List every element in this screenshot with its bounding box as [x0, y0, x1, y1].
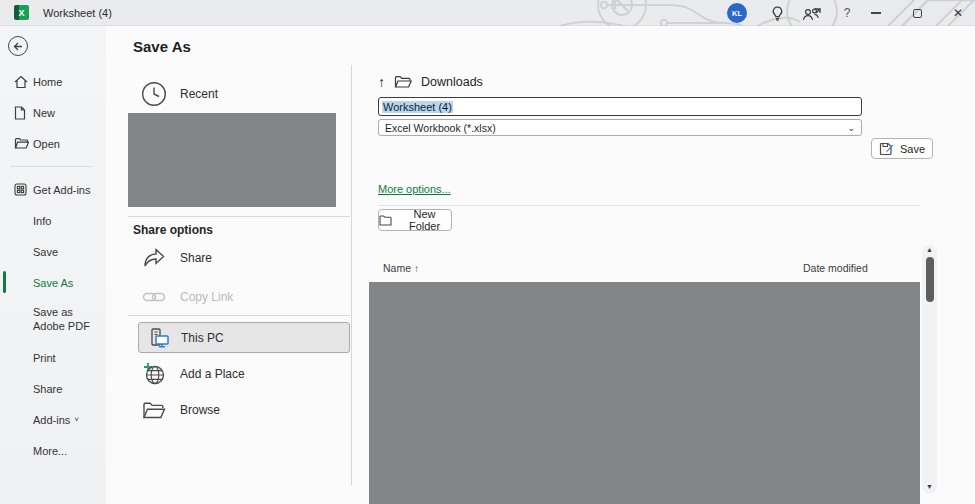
new-folder-button[interactable]: New Folder — [378, 209, 452, 231]
maximize-button[interactable] — [903, 0, 931, 26]
sidebar-label: Share — [33, 383, 62, 395]
share-item[interactable]: Share — [141, 245, 212, 271]
browse-folder-icon — [141, 401, 167, 420]
globe-plus-icon — [141, 362, 167, 386]
sidebar-label: Add-ins — [33, 414, 70, 426]
home-icon — [14, 75, 33, 89]
window-title: Worksheet (4) — [43, 0, 112, 26]
save-button[interactable]: Save — [871, 138, 933, 159]
sidebar-label: Home — [33, 76, 62, 88]
save-location-panel: ↑ Downloads Worksheet (4) Excel Workbook… — [352, 26, 975, 504]
sidebar-label: Save As — [33, 277, 73, 289]
sidebar-item-save[interactable]: Save — [0, 236, 106, 267]
add-a-place-item[interactable]: Add a Place — [141, 361, 245, 387]
addins-store-icon — [14, 183, 33, 196]
lightbulb-icon[interactable] — [768, 4, 786, 22]
scroll-down-icon[interactable]: ▼ — [926, 482, 933, 494]
share-options-heading: Share options — [133, 223, 213, 237]
sidebar-item-share[interactable]: Share — [0, 373, 106, 404]
clock-icon — [141, 81, 167, 107]
column-header-date-modified[interactable]: Date modified — [803, 262, 868, 274]
scrollbar-thumb[interactable] — [926, 257, 934, 302]
save-disk-icon — [879, 142, 894, 156]
chevron-down-icon: ˅ — [74, 415, 79, 424]
sidebar-label: Print — [33, 352, 56, 364]
help-button[interactable]: ? — [840, 0, 854, 26]
column-header-name[interactable]: Name↑ — [383, 262, 419, 274]
title-bar: X Worksheet (4) KL ? ✕ — [0, 0, 975, 26]
panel-divider — [128, 216, 350, 217]
decorative-circuit-art — [0, 0, 975, 26]
current-folder-label[interactable]: Downloads — [421, 75, 483, 89]
sidebar-divider — [10, 166, 92, 167]
excel-backstage-window: X Worksheet (4) KL ? ✕ — [0, 0, 975, 504]
new-document-icon — [14, 106, 33, 120]
sidebar-item-addins[interactable]: Add-ins ˅ — [0, 404, 106, 435]
recent-item[interactable]: Recent — [141, 81, 218, 107]
folder-icon — [394, 75, 412, 89]
share-icon — [141, 247, 167, 269]
sidebar-item-get-addins[interactable]: Get Add-ins — [0, 174, 106, 205]
sidebar-item-info[interactable]: Info — [0, 205, 106, 236]
back-button[interactable] — [8, 36, 28, 56]
filename-selected-text: Worksheet (4) — [382, 101, 453, 113]
location-row: ↑ Downloads — [378, 74, 483, 90]
sidebar-label: Open — [33, 138, 60, 150]
sidebar-item-home[interactable]: Home — [0, 66, 106, 97]
close-button[interactable]: ✕ — [944, 0, 972, 26]
sidebar-item-new[interactable]: New — [0, 97, 106, 128]
up-directory-icon[interactable]: ↑ — [378, 74, 385, 90]
sidebar-label: Get Add-ins — [33, 184, 90, 196]
link-icon — [141, 290, 167, 304]
file-type-dropdown[interactable]: Excel Workbook (*.xlsx) ⌄ — [378, 119, 862, 136]
sidebar-label: Save as Adobe PDF — [33, 306, 96, 334]
sort-ascending-icon: ↑ — [414, 263, 419, 274]
sidebar-item-save-as[interactable]: Save As — [0, 267, 106, 298]
sidebar-label: New — [33, 107, 55, 119]
chevron-down-icon: ⌄ — [847, 123, 855, 133]
more-options-link[interactable]: More options... — [378, 183, 451, 195]
filename-input[interactable]: Worksheet (4) — [378, 97, 862, 116]
sidebar-label: More... — [33, 445, 67, 457]
recent-label: Recent — [180, 87, 218, 101]
sidebar-item-more[interactable]: More... — [0, 435, 106, 466]
account-avatar[interactable]: KL — [727, 3, 747, 23]
sidebar-label: Info — [33, 215, 51, 227]
open-folder-icon — [14, 137, 33, 150]
panel-divider — [128, 315, 350, 316]
copy-link-item[interactable]: Copy Link — [141, 284, 233, 310]
sidebar-item-print[interactable]: Print — [0, 342, 106, 373]
sidebar-label: Save — [33, 246, 58, 258]
page-title: Save As — [133, 38, 191, 55]
present-people-icon[interactable] — [801, 4, 823, 22]
backstage-sidebar: Home New Open — [0, 26, 106, 504]
panel-divider — [378, 205, 920, 206]
excel-app-icon: X — [14, 5, 29, 20]
this-pc-icon — [146, 326, 172, 350]
file-list-redaction-block — [369, 282, 920, 504]
minimize-button[interactable] — [862, 0, 890, 26]
scroll-up-icon[interactable]: ▲ — [926, 245, 933, 257]
accounts-redaction-block — [128, 113, 336, 207]
browse-item[interactable]: Browse — [141, 397, 220, 423]
sidebar-item-save-as-adobe-pdf[interactable]: Save as Adobe PDF — [0, 298, 106, 342]
file-list-scrollbar[interactable]: ▲ ▼ — [922, 245, 937, 494]
sidebar-item-open[interactable]: Open — [0, 128, 106, 159]
save-as-panel: Save As Recent Share options Share — [106, 26, 351, 504]
new-folder-icon — [379, 215, 392, 226]
this-pc-item-selected[interactable]: This PC — [138, 322, 350, 353]
